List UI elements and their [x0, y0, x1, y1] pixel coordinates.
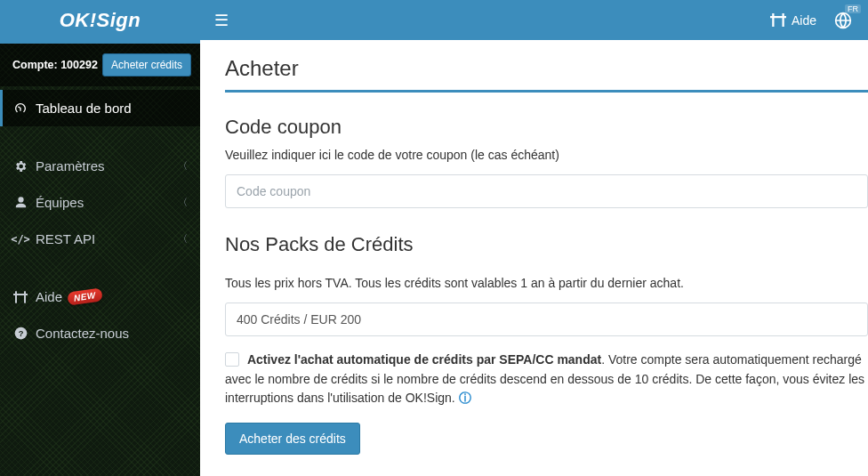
new-badge: NEW — [67, 287, 103, 305]
gears-icon — [12, 159, 28, 173]
coupon-input[interactable] — [225, 174, 868, 208]
svg-rect-7 — [782, 13, 784, 27]
pack-select[interactable]: 400 Crédits / EUR 200 — [225, 303, 868, 336]
topbar: ☰ Aide FR — [200, 0, 868, 40]
title-underline — [225, 90, 868, 93]
svg-rect-1 — [15, 291, 17, 303]
help-icon — [12, 291, 28, 303]
nav-dashboard[interactable]: Tableau de bord — [0, 90, 200, 126]
nav-rest-api[interactable]: </> REST API 〈 — [0, 221, 200, 257]
brand-logo: OK!Sign — [0, 0, 200, 44]
page-title: Acheter — [225, 56, 868, 81]
nav-settings[interactable]: Paramètres 〈 — [0, 148, 200, 184]
buy-credits-button[interactable]: Acheter crédits — [102, 53, 191, 77]
purchase-button[interactable]: Acheter des crédits — [225, 423, 360, 455]
auto-purchase-row: Activez l'achat automatique de crédits p… — [225, 351, 868, 408]
language-code: FR — [845, 4, 861, 13]
content: Acheter Code coupon Veuillez indiquer ic… — [200, 40, 868, 472]
nav-teams[interactable]: Équipes 〈 — [0, 184, 200, 221]
chevron-left-icon: 〈 — [178, 232, 188, 246]
nav-label: Paramètres — [36, 158, 105, 173]
coupon-heading: Code coupon — [225, 116, 868, 139]
svg-text:?: ? — [18, 329, 23, 338]
svg-rect-2 — [24, 291, 26, 303]
nav-label: REST API — [36, 231, 95, 246]
svg-rect-6 — [772, 13, 774, 27]
nav-label: Contactez-nous — [36, 326, 129, 341]
nav-help[interactable]: Aide NEW — [0, 278, 200, 315]
topbar-help-label: Aide — [792, 13, 816, 28]
help-icon — [770, 13, 786, 27]
nav-contact[interactable]: ? Contactez-nous — [0, 315, 200, 351]
auto-purchase-bold: Activez l'achat automatique de crédits p… — [247, 352, 601, 367]
packs-note: Tous les prix hors TVA. Tous les crédits… — [225, 276, 868, 290]
chevron-left-icon: 〈 — [178, 196, 188, 209]
nav-label: Équipes — [36, 195, 84, 210]
account-row: Compte: 100292 Acheter crédits — [0, 44, 200, 86]
nav-label: Tableau de bord — [36, 101, 132, 116]
packs-heading: Nos Packs de Crédits — [225, 233, 868, 256]
globe-icon — [834, 12, 852, 29]
nav-spacer — [0, 126, 200, 148]
info-icon[interactable]: ⓘ — [459, 391, 471, 405]
code-icon: </> — [12, 233, 28, 246]
account-label: Compte: 100292 — [12, 59, 98, 71]
chevron-left-icon: 〈 — [178, 159, 188, 173]
language-switcher[interactable]: FR — [834, 12, 852, 29]
auto-purchase-checkbox[interactable] — [225, 352, 239, 367]
coupon-instruction: Veuillez indiquer ici le code de votre c… — [225, 148, 868, 162]
menu-toggle-icon[interactable]: ☰ — [214, 11, 229, 30]
nav-spacer — [0, 257, 200, 278]
sidebar: OK!Sign Compte: 100292 Acheter crédits T… — [0, 0, 200, 476]
dashboard-icon — [12, 101, 28, 116]
main: ☰ Aide FR Acheter Code coupon Veuillez i… — [200, 0, 868, 476]
nav-label: Aide — [36, 289, 62, 304]
nav: Tableau de bord Paramètres 〈 Équipes 〈 <… — [0, 86, 200, 351]
topbar-help[interactable]: Aide — [770, 13, 816, 28]
question-icon: ? — [12, 327, 28, 340]
user-icon — [12, 196, 28, 209]
